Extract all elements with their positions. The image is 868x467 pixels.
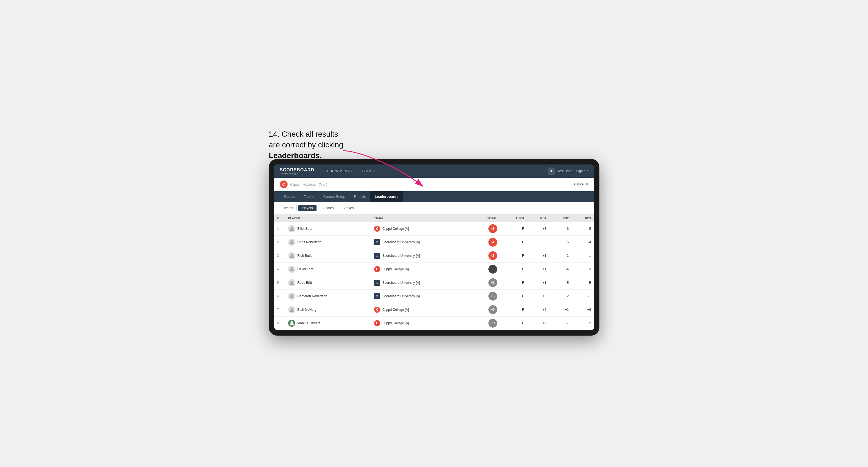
logo-area: SCOREBOARD Powered by clippd [280,167,315,175]
team-logo-icon: ≡ [374,293,380,299]
rd3-cell: -4 [571,236,594,249]
player-cell: Elliot Ebert [285,222,372,236]
filter-teams[interactable]: Teams [280,205,297,211]
col-total: TOTAL [470,214,500,222]
tab-teams[interactable]: Teams [300,191,319,202]
rd1-cell: +2 [527,303,549,317]
player-cell: David Ford [285,262,372,276]
table-body: 1 Elliot Ebert C Clippd College [A] -8F+… [274,222,594,330]
score-badge: -4 [488,238,497,247]
team-cell: ≡ Scoreboard University [A] [371,236,470,249]
svg-point-1 [290,227,293,229]
rd3-cell: -5 [571,222,594,236]
rd1-cell: +1 [527,262,549,276]
svg-point-3 [290,254,293,256]
svg-point-8 [290,321,293,323]
rank-cell: 1 [274,222,285,236]
team-logo-icon: C [374,320,380,326]
team-logo-icon: C [374,307,380,313]
total-cell: -4 [470,236,500,249]
team-logo-icon: ≡ [374,239,380,245]
thru-cell: F [500,317,527,330]
rd3-cell: +6 [571,303,594,317]
leaderboard-table-wrapper: # PLAYER TEAM TOTAL THRU RD1 RD2 RD3 1 E… [274,214,594,330]
thru-cell: F [500,289,527,303]
sign-out-link[interactable]: Sign out [576,169,588,173]
rank-cell: 6 [274,289,285,303]
tab-course-setup[interactable]: Course Setup [319,191,350,202]
rd2-cell: +1 [549,303,571,317]
table-row: 8 Marcus Turners C Clippd College [A] +1… [274,317,594,330]
tournament-icon: C [280,181,287,188]
tablet-screen: SCOREBOARD Powered by clippd TOURNAMENTS… [274,164,594,330]
svg-point-5 [290,281,293,283]
rank-cell: 7 [274,303,285,317]
rd2-cell: -2 [549,249,571,262]
table-row: 7 Blair McHarg C Clippd College [A] +9F+… [274,303,594,317]
team-cell: ≡ Scoreboard University [A] [371,249,470,262]
team-logo-icon: ≡ [374,280,380,286]
rd2-cell: +7 [549,317,571,330]
instruction-line1: 14. Check all results [269,130,338,138]
col-team: TEAM [371,214,470,222]
player-avatar [288,292,295,300]
player-avatar [288,320,295,327]
instruction-line3: Leaderboards. [269,151,322,160]
team-logo-icon: ≡ [374,253,380,259]
filter-players[interactable]: Players [298,205,316,211]
app-logo: SCOREBOARD [280,167,315,173]
player-cell: Rich Butler [285,249,372,262]
rank-cell: 4 [274,262,285,276]
instruction-line2: are correct by clicking [269,141,343,149]
rank-cell: 2 [274,236,285,249]
player-avatar [288,279,295,286]
rd3-cell: +3 [571,262,594,276]
cancel-button[interactable]: Cancel ✕ [574,182,588,186]
main-nav: TOURNAMENTS TEAMS [322,168,548,174]
table-row: 4 David Ford C Clippd College [A] EF+1-4… [274,262,594,276]
nav-tournaments[interactable]: TOURNAMENTS [322,168,354,174]
rd2-cell: -4 [549,262,571,276]
svg-point-2 [290,240,293,243]
col-rd1: RD1 [527,214,549,222]
tab-results[interactable]: Results [349,191,370,202]
thru-cell: F [500,262,527,276]
team-cell: C Clippd College [A] [371,303,470,317]
score-badge: E [488,265,497,274]
tab-leaderboards[interactable]: Leaderboards [370,191,403,202]
player-cell: Blair McHarg [285,303,372,317]
rd2-cell: E [549,276,571,289]
nav-teams[interactable]: TEAMS [360,168,376,174]
player-cell: Chris Robertson [285,236,372,249]
rd3-cell: -1 [571,289,594,303]
filter-strokes[interactable]: Strokes [339,205,357,211]
rank-cell: 3 [274,249,285,262]
rd1-cell: +5 [527,289,549,303]
rd1-cell: -5 [527,236,549,249]
total-cell: +9 [470,303,500,317]
rd3-cell: E [571,276,594,289]
table-row: 2 Chris Robertson ≡ Scoreboard Universit… [274,236,594,249]
tabs-bar: Details Teams Course Setup Results Leade… [274,191,594,202]
col-player: PLAYER [285,214,372,222]
thru-cell: F [500,249,527,262]
tournament-name: Clippd Invitational (Men) [290,182,575,187]
table-row: 1 Elliot Ebert C Clippd College [A] -8F+… [274,222,594,236]
score-badge: -2 [488,251,497,260]
svg-point-4 [290,267,293,270]
score-badge: -8 [488,224,497,233]
table-row: 5 Rees Britt ≡ Scoreboard University [A]… [274,276,594,289]
table-row: 3 Rich Butler ≡ Scoreboard University [A… [274,249,594,262]
team-logo-icon: C [374,226,380,232]
rd2-cell: +5 [549,236,571,249]
filter-scores[interactable]: Scores [320,205,337,211]
tournament-bar: C Clippd Invitational (Men) Cancel ✕ [274,178,594,191]
thru-cell: F [500,303,527,317]
user-icon: TU [548,167,555,175]
player-cell: Marcus Turners [285,317,372,330]
app-logo-sub: Powered by clippd [280,173,315,175]
thru-cell: F [500,276,527,289]
tab-details[interactable]: Details [280,191,300,202]
rd2-cell: -6 [549,222,571,236]
total-cell: +6 [470,289,500,303]
